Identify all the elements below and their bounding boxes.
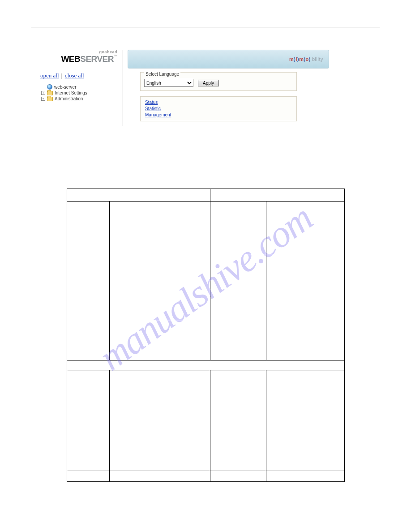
- open-all-link[interactable]: open all: [40, 72, 59, 79]
- tree-expand-controls: open all | close all: [40, 72, 121, 79]
- top-rule: [31, 27, 380, 27]
- logo: goahead WEBSERVER™: [40, 50, 121, 64]
- apply-button[interactable]: Apply: [198, 80, 219, 86]
- table-row: [67, 202, 344, 255]
- mimo-m2: m: [299, 56, 304, 62]
- close-all-link[interactable]: close all: [65, 72, 84, 79]
- table-cell: [67, 202, 109, 255]
- table-cell: [67, 360, 344, 370]
- folder-icon: [47, 97, 53, 101]
- plus-icon[interactable]: +: [41, 97, 45, 101]
- table-cell: [67, 471, 109, 482]
- logo-tagline: goahead: [40, 50, 117, 54]
- mimo-paren: ): [309, 56, 311, 62]
- folder-icon: [47, 91, 53, 95]
- statistic-link[interactable]: Statistic: [145, 106, 292, 112]
- table-cell: [266, 471, 344, 482]
- main-panel: m)i)m)o)bility Select Language English A…: [128, 50, 329, 121]
- header-banner: m)i)m)o)bility: [128, 50, 329, 69]
- table-cell: [210, 320, 266, 360]
- table-cell: [67, 255, 109, 320]
- table-cell: [109, 320, 210, 360]
- table-cell: [109, 255, 210, 320]
- tree-label: Administration: [55, 96, 83, 101]
- language-select[interactable]: English: [144, 79, 193, 87]
- router-screenshot: goahead WEBSERVER™ open all | close all …: [40, 50, 336, 126]
- management-link[interactable]: Management: [145, 112, 292, 118]
- table-cell: [210, 471, 266, 482]
- table-cell: [109, 202, 210, 255]
- plus-icon[interactable]: +: [41, 91, 45, 95]
- language-legend: Select Language: [144, 72, 180, 77]
- table-cell: [67, 370, 109, 444]
- table-cell: [67, 189, 210, 202]
- tree-item-administration[interactable]: + Administration: [40, 96, 121, 102]
- language-fieldset: Select Language English Apply: [140, 72, 297, 91]
- logo-text-web: WEB: [61, 54, 80, 64]
- globe-icon: [47, 84, 52, 90]
- table-row: [67, 255, 344, 320]
- table-cell: [210, 255, 266, 320]
- tree-item-webserver[interactable]: web-server: [40, 84, 121, 90]
- table-cell: [266, 370, 344, 444]
- table-row: [67, 320, 344, 360]
- logo-text-server: SERVER: [80, 54, 114, 64]
- table-row: [67, 444, 344, 471]
- table-row: [67, 471, 344, 482]
- table-row: [67, 189, 344, 202]
- table-cell: [210, 189, 344, 202]
- mimo-m: m: [289, 56, 294, 62]
- separator: |: [60, 72, 64, 79]
- table-row: [67, 370, 344, 444]
- mimo-o: o: [306, 56, 309, 62]
- tree-item-internet-settings[interactable]: + Internet Settings: [40, 90, 121, 96]
- tree-label: web-server: [54, 85, 76, 90]
- table-cell: [266, 444, 344, 471]
- table-cell: [67, 320, 109, 360]
- table-cell: [266, 320, 344, 360]
- table-cell: [67, 444, 109, 471]
- content-table: [67, 189, 345, 482]
- no-expander: [41, 85, 45, 89]
- tree-label: Internet Settings: [55, 90, 87, 95]
- table-cell: [210, 444, 266, 471]
- quick-links-box: Status Statistic Management: [140, 96, 297, 121]
- table-cell: [109, 370, 210, 444]
- mimo-text: bility: [312, 56, 323, 62]
- logo-wordmark: WEBSERVER™: [40, 54, 117, 64]
- nav-tree: web-server + Internet Settings + Adminis…: [40, 84, 121, 102]
- table-row: [67, 360, 344, 370]
- table-cell: [266, 202, 344, 255]
- table-cell: [109, 471, 210, 482]
- logo-tm: ™: [114, 54, 117, 58]
- table-cell: [266, 255, 344, 320]
- table-cell: [210, 370, 266, 444]
- sidebar: goahead WEBSERVER™ open all | close all …: [40, 50, 123, 126]
- table-cell: [109, 444, 210, 471]
- status-link[interactable]: Status: [145, 99, 292, 106]
- mimobility-logo: m)i)m)o)bility: [289, 56, 323, 62]
- table-cell: [210, 202, 266, 255]
